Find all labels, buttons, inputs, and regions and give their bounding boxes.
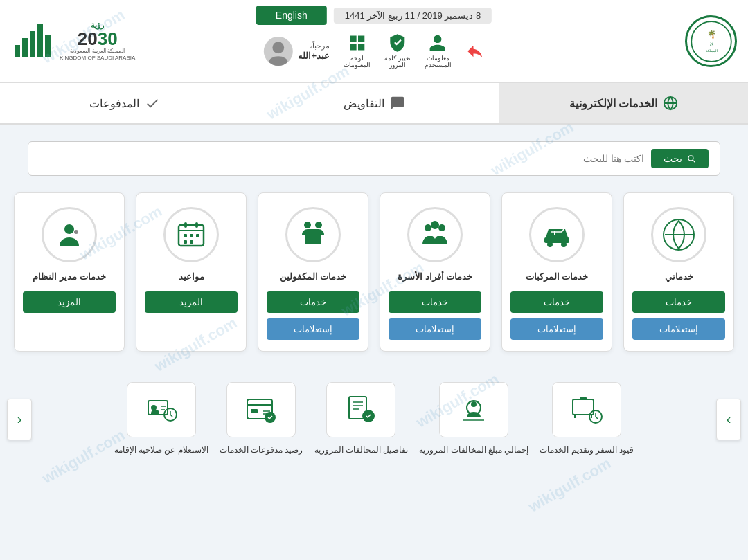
user-greeting: مرحباً، [298, 42, 330, 51]
svg-rect-39 [251, 409, 258, 413]
tab-payments-label: المدفوعات [89, 97, 139, 110]
user-avatar [263, 37, 292, 66]
government-logo: 🌴 ⚔ المملكة [685, 15, 737, 67]
search-input[interactable] [39, 153, 644, 164]
svg-point-30 [64, 224, 74, 234]
vehicles-title: خدمات المركبات [526, 271, 589, 283]
dashboard-button[interactable]: لوحةالمعلومات [344, 33, 371, 69]
disabled-icon-circle [285, 207, 341, 262]
disabled-services-btn[interactable]: خدمات [267, 291, 359, 313]
logout-button[interactable] [465, 42, 485, 61]
svg-rect-24 [195, 222, 198, 228]
vehicles-icon-circle [529, 207, 585, 262]
svg-rect-29 [190, 240, 193, 244]
svg-text:🌴: 🌴 [706, 28, 716, 38]
header-right: 🌴 ⚔ المملكة [685, 15, 737, 67]
user-info-label: معلوماتالمستخدم [425, 55, 452, 69]
header-center: 8 ديسمبر 2019 / 11 ربيع الآخر 1441 Engli… [256, 6, 492, 69]
svg-rect-13 [544, 237, 569, 243]
tab-negotiations[interactable]: التفاويض [249, 83, 498, 123]
nav-icons: معلوماتالمستخدم تغيير كلمةالمرور لوحةالم… [263, 33, 484, 69]
admin-icon-circle [42, 207, 97, 262]
svg-rect-6 [15, 45, 20, 57]
svg-rect-7 [22, 38, 28, 57]
svg-rect-10 [45, 35, 51, 57]
payments-icon-box [226, 382, 296, 437]
violations-detail-label: تفاصيل المخالفات المرورية [314, 444, 409, 456]
khidmati-icon-circle [651, 207, 706, 262]
svg-point-20 [304, 222, 311, 228]
vehicles-buttons: خدمات إستعلامات [510, 291, 603, 340]
vision-bars-icon [11, 21, 53, 62]
svg-point-21 [315, 222, 322, 228]
residency-label: الاستعلام عن صلاحية الإقامة [114, 444, 208, 456]
disabled-title: خدمات المكفولين [280, 271, 347, 283]
svg-rect-8 [30, 31, 35, 57]
khidmati-buttons: خدمات إستعلامات [632, 291, 725, 340]
card-vehicles: خدمات المركبات خدمات إستعلامات [501, 192, 612, 352]
svg-rect-25 [184, 234, 187, 237]
vehicles-inquiries-btn[interactable]: إستعلامات [510, 318, 603, 340]
carousel-track: قيود السفر وتقديم الخدمات إجمالي مبلغ ال… [14, 382, 734, 456]
carousel-item-payments[interactable]: رصيد مدفوعات الخدمات [220, 382, 303, 456]
khidmati-services-btn[interactable]: خدمات [632, 291, 725, 313]
svg-point-14 [547, 242, 553, 247]
family-services-btn[interactable]: خدمات [389, 291, 481, 313]
vision-logo: رؤية 2030 المملكة العربية السعوديةKINGDO… [60, 21, 135, 62]
appointments-icon-circle [163, 207, 219, 262]
admin-more-btn[interactable]: المزيد [23, 291, 116, 313]
travel-label: قيود السفر وتقديم الخدمات [540, 444, 634, 456]
admin-buttons: المزيد [23, 291, 116, 313]
svg-text:⚔: ⚔ [709, 40, 713, 47]
violations-detail-icon-box [326, 382, 395, 437]
family-inquiries-btn[interactable]: إستعلامات [389, 318, 481, 340]
svg-point-18 [438, 224, 445, 231]
svg-point-19 [431, 221, 439, 229]
svg-text:المملكة: المملكة [705, 49, 717, 53]
violations-total-label: إجمالي مبلغ المخالفات المرورية [419, 444, 528, 456]
tab-payments[interactable]: المدفوعات [0, 83, 249, 123]
carousel-item-violations-total[interactable]: إجمالي مبلغ المخالفات المرورية [419, 382, 528, 456]
svg-point-31 [74, 230, 78, 234]
svg-rect-27 [196, 234, 199, 237]
residency-icon-box [127, 382, 196, 437]
svg-point-5 [269, 56, 287, 66]
vehicles-services-btn[interactable]: خدمات [510, 291, 603, 313]
family-title: خدمات أفراد الأسرة [398, 271, 472, 283]
khidmati-inquiries-btn[interactable]: إستعلامات [632, 318, 725, 340]
user-name: عبد+الله [298, 51, 330, 61]
svg-point-17 [425, 224, 431, 231]
user-profile[interactable]: مرحباً، عبد+الله [263, 37, 330, 66]
admin-title: خدمات مدير النظام [33, 271, 105, 283]
service-cards: خدماتي خدمات إستعلامات خدمات المركبات خد… [0, 192, 748, 368]
disabled-inquiries-btn[interactable]: إستعلامات [267, 318, 359, 340]
user-info-button[interactable]: معلوماتالمستخدم [425, 33, 452, 69]
svg-point-4 [272, 42, 284, 53]
search-button[interactable]: بحث [651, 149, 709, 168]
header-left: رؤية 2030 المملكة العربية السعوديةKINGDO… [11, 21, 135, 62]
svg-rect-23 [184, 222, 187, 228]
card-appointments: مواعيد المزيد [136, 192, 247, 352]
svg-point-42 [151, 405, 157, 410]
card-admin: خدمات مدير النظام المزيد [14, 192, 125, 352]
carousel-next-arrow[interactable]: › [716, 399, 741, 440]
appointments-title: مواعيد [179, 271, 204, 283]
svg-point-15 [561, 242, 567, 247]
tab-electronic-services[interactable]: الخدمات الإلكترونية [499, 83, 748, 123]
english-button[interactable]: English [256, 6, 327, 25]
date-display: 8 ديسمبر 2019 / 11 ربيع الآخر 1441 [334, 8, 492, 24]
svg-point-35 [471, 401, 477, 407]
nav-tabs: الخدمات الإلكترونية التفاويض المدفوعات [0, 83, 748, 125]
carousel-item-residency[interactable]: الاستعلام عن صلاحية الإقامة [114, 382, 208, 456]
appointments-more-btn[interactable]: المزيد [145, 291, 238, 313]
carousel-prev-arrow[interactable]: ‹ [7, 399, 32, 440]
carousel-item-violations-detail[interactable]: تفاصيل المخالفات المرورية [314, 382, 409, 456]
carousel-item-travel[interactable]: قيود السفر وتقديم الخدمات [540, 382, 634, 456]
svg-rect-26 [190, 234, 193, 237]
card-khidmati: خدماتي خدمات إستعلامات [623, 192, 734, 352]
appointments-buttons: المزيد [145, 291, 238, 313]
family-icon-circle [407, 207, 463, 262]
card-family: خدمات أفراد الأسرة خدمات إستعلامات [380, 192, 490, 352]
change-password-button[interactable]: تغيير كلمةالمرور [384, 33, 411, 69]
dashboard-label: لوحةالمعلومات [344, 55, 371, 69]
